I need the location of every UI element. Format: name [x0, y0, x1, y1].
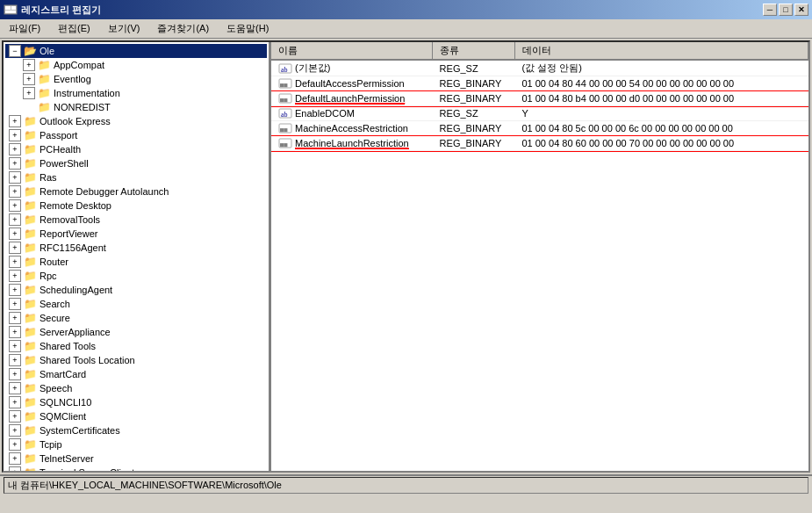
tree-item-OutlookExpress[interactable]: +Outlook Express [5, 114, 267, 128]
tree-item-Eventlog[interactable]: +Eventlog [5, 72, 267, 86]
tree-label-Tcpip: Tcpip [40, 439, 62, 450]
tree-item-ReportViewer[interactable]: +ReportViewer [5, 227, 267, 241]
tree-item-Passport[interactable]: +Passport [5, 128, 267, 142]
expand-btn-RFC1156Agent[interactable]: + [9, 242, 21, 254]
expand-btn-ServerAppliance[interactable]: + [9, 326, 21, 338]
expand-btn-SystemCertificates[interactable]: + [9, 424, 21, 437]
tree-item-Router[interactable]: +Router [5, 255, 267, 269]
reg-name-cell-default: ab(기본값) [278, 61, 426, 75]
tree-item-Instrumentation[interactable]: +Instrumentation [5, 86, 267, 100]
menu-view[interactable]: 보기(V) [103, 20, 146, 37]
tree-item-RFC1156Agent[interactable]: +RFC1156Agent [5, 241, 267, 255]
folder-icon-RemoteDebuggerAutolaunch [23, 185, 37, 198]
tree-item-RemoteDebuggerAutolaunch[interactable]: +Remote Debugger Autolaunch [5, 184, 267, 199]
expand-btn-Passport[interactable]: + [9, 129, 21, 141]
expand-btn-SharedToolsLocation[interactable]: + [9, 354, 21, 366]
tree-label-RemoteDesktop: Remote Desktop [40, 200, 111, 211]
menu-help[interactable]: 도움말(H) [221, 20, 274, 37]
expand-btn-TelnetServer[interactable]: + [9, 452, 21, 465]
expand-btn-SharedTools[interactable]: + [9, 340, 21, 352]
registry-row-default[interactable]: ab(기본값)REG_SZ(값 설정 안됨) [271, 60, 808, 76]
maximize-button[interactable]: □ [779, 4, 793, 16]
expand-btn-SmartCard[interactable]: + [9, 368, 21, 380]
left-pane[interactable]: −Ole+AppCompat+Eventlog+InstrumentationN… [4, 42, 271, 471]
right-pane[interactable]: 이름 종류 데이터 ab(기본값)REG_SZ(값 설정 안됨)■■Defaul… [271, 42, 808, 471]
expand-btn-RemoteDesktop[interactable]: + [9, 199, 21, 212]
tree-item-Search[interactable]: +Search [5, 297, 267, 311]
expand-btn-Ole[interactable]: − [9, 45, 21, 57]
reg-name-cell-DefaultAccessPermission: ■■DefaultAccessPermission [278, 77, 426, 90]
menu-file[interactable]: 파일(F) [4, 20, 46, 37]
registry-row-MachineLaunchRestriction[interactable]: ■■MachineLaunchRestrictionREG_BINARY01 0… [271, 136, 808, 151]
col-data[interactable]: 데이터 [514, 42, 808, 60]
expand-btn-ReportViewer[interactable]: + [9, 228, 21, 240]
expand-btn-OutlookExpress[interactable]: + [9, 115, 21, 127]
expand-btn-SQLNCLI10[interactable]: + [9, 396, 21, 408]
tree-item-Tcpip[interactable]: +Tcpip [5, 437, 267, 452]
expand-btn-Eventlog[interactable]: + [23, 73, 35, 85]
svg-text:■■: ■■ [280, 141, 288, 148]
tree-item-RemovalTools[interactable]: +RemovalTools [5, 213, 267, 227]
expand-btn-Search[interactable]: + [9, 298, 21, 310]
menu-favorites[interactable]: 즐겨찾기(A) [152, 20, 214, 37]
registry-row-EnableDCOM[interactable]: abEnableDCOMREG_SZY [271, 106, 808, 121]
tree-item-NONREDIST[interactable]: NONREDIST [5, 100, 267, 114]
expand-btn-Tcpip[interactable]: + [9, 438, 21, 451]
expand-btn-RemoteDebuggerAutolaunch[interactable]: + [9, 185, 21, 198]
split-pane: −Ole+AppCompat+Eventlog+InstrumentationN… [2, 40, 810, 473]
tree-item-PowerShell[interactable]: +PowerShell [5, 156, 267, 170]
tree-item-SchedulingAgent[interactable]: +SchedulingAgent [5, 283, 267, 297]
expand-btn-TerminalServerClient[interactable]: + [9, 466, 21, 471]
tree-label-SQMClient: SQMClient [40, 411, 86, 422]
tree-item-Ole[interactable]: −Ole [5, 44, 267, 58]
tree-item-TerminalServerClient[interactable]: +Terminal Server Client [5, 466, 267, 471]
folder-icon-SchedulingAgent [23, 284, 37, 296]
expand-btn-SQMClient[interactable]: + [9, 410, 21, 423]
tree-item-Ras[interactable]: +Ras [5, 170, 267, 184]
tree-item-SharedTools[interactable]: +Shared Tools [5, 339, 267, 353]
folder-icon-ReportViewer [23, 228, 37, 240]
tree-item-Speech[interactable]: +Speech [5, 381, 267, 395]
tree-item-Rpc[interactable]: +Rpc [5, 269, 267, 283]
svg-text:ab: ab [281, 66, 288, 74]
tree-item-SharedToolsLocation[interactable]: +Shared Tools Location [5, 353, 267, 367]
tree-item-SQMClient[interactable]: +SQMClient [5, 409, 267, 423]
reg-data-MachineAccessRestriction: 01 00 04 80 5c 00 00 00 6c 00 00 00 00 0… [514, 121, 808, 136]
col-name[interactable]: 이름 [271, 42, 433, 60]
expand-btn-Secure[interactable]: + [9, 312, 21, 324]
menu-edit[interactable]: 편집(E) [53, 20, 96, 37]
tree-label-PowerShell: PowerShell [40, 158, 89, 169]
registry-table: 이름 종류 데이터 ab(기본값)REG_SZ(값 설정 안됨)■■Defaul… [271, 42, 808, 151]
registry-row-DefaultAccessPermission[interactable]: ■■DefaultAccessPermissionREG_BINARY01 00… [271, 76, 808, 91]
tree-item-Secure[interactable]: +Secure [5, 311, 267, 325]
expand-btn-PCHealth[interactable]: + [9, 143, 21, 155]
expand-btn-Instrumentation[interactable]: + [23, 87, 35, 99]
tree-item-RemoteDesktop[interactable]: +Remote Desktop [5, 199, 267, 213]
tree-item-ServerAppliance[interactable]: +ServerAppliance [5, 325, 267, 339]
expand-btn-Router[interactable]: + [9, 256, 21, 268]
close-button[interactable]: ✕ [794, 4, 808, 16]
tree-item-AppCompat[interactable]: +AppCompat [5, 58, 267, 72]
folder-icon-Eventlog [37, 73, 51, 85]
expand-btn-AppCompat[interactable]: + [23, 59, 35, 71]
folder-icon-OutlookExpress [23, 115, 37, 127]
registry-row-DefaultLaunchPermission[interactable]: ■■DefaultLaunchPermissionREG_BINARY01 00… [271, 91, 808, 106]
tree-item-PCHealth[interactable]: +PCHealth [5, 142, 267, 156]
minimize-button[interactable]: ─ [763, 4, 777, 16]
expand-btn-PowerShell[interactable]: + [9, 157, 21, 170]
registry-row-MachineAccessRestriction[interactable]: ■■MachineAccessRestrictionREG_BINARY01 0… [271, 121, 808, 136]
status-text: 내 컴퓨터\HKEY_LOCAL_MACHINE\SOFTWARE\Micros… [4, 477, 808, 494]
folder-icon-Rpc [23, 270, 37, 282]
tree-item-SmartCard[interactable]: +SmartCard [5, 367, 267, 381]
tree-item-TelnetServer[interactable]: +TelnetServer [5, 452, 267, 466]
svg-text:■■: ■■ [280, 82, 288, 89]
expand-btn-Speech[interactable]: + [9, 382, 21, 394]
expand-btn-Ras[interactable]: + [9, 171, 21, 184]
expand-btn-SchedulingAgent[interactable]: + [9, 284, 21, 296]
tree-item-SQLNCLI10[interactable]: +SQLNCLI10 [5, 395, 267, 409]
tree-label-ServerAppliance: ServerAppliance [40, 327, 111, 337]
expand-btn-Rpc[interactable]: + [9, 270, 21, 282]
tree-item-SystemCertificates[interactable]: +SystemCertificates [5, 423, 267, 437]
col-type[interactable]: 종류 [433, 42, 515, 60]
expand-btn-RemovalTools[interactable]: + [9, 213, 21, 226]
